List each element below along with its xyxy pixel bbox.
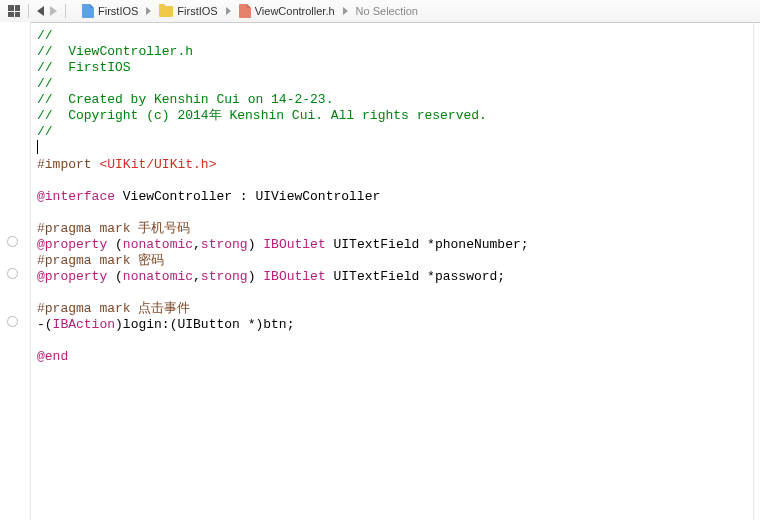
code-ibaction: IBAction <box>53 317 115 332</box>
code-iboutlet: IBOutlet <box>263 237 325 252</box>
code-keyword: nonatomic <box>123 269 193 284</box>
back-icon[interactable] <box>37 6 44 16</box>
code-preproc: #import <box>37 157 99 172</box>
code-pragma-text: 密码 <box>138 253 164 268</box>
divider <box>28 4 29 18</box>
breadcrumb-project[interactable]: FirstIOS <box>76 0 144 22</box>
gutter[interactable] <box>0 22 31 520</box>
nav-group <box>0 4 76 18</box>
breadcrumb-label: ViewController.h <box>255 5 335 17</box>
code-keyword: strong <box>201 237 248 252</box>
project-icon <box>82 4 94 18</box>
code-comment: // <box>37 76 53 91</box>
action-connection-icon[interactable] <box>7 316 18 327</box>
code-keyword: nonatomic <box>123 237 193 252</box>
code-comment: // <box>37 124 53 139</box>
code-pragma-text: 手机号码 <box>138 221 190 236</box>
header-file-icon <box>239 4 251 18</box>
code-text: -( <box>37 317 53 332</box>
related-items-icon[interactable] <box>8 5 20 17</box>
code-comment: // Created by Kenshin Cui on 14-2-23. <box>37 92 333 107</box>
editor: // // ViewController.h // FirstIOS // //… <box>0 22 760 520</box>
breadcrumb-label: FirstIOS <box>177 5 217 17</box>
code-text: , <box>193 237 201 252</box>
code-text: ( <box>107 269 123 284</box>
code-pragma: #pragma mark <box>37 301 138 316</box>
chevron-right-icon <box>226 7 231 15</box>
code-pragma-text: 点击事件 <box>138 301 190 316</box>
code-text: , <box>193 269 201 284</box>
code-text: ViewController : UIViewController <box>115 189 380 204</box>
forward-icon[interactable] <box>50 6 57 16</box>
code-comment: // FirstIOS <box>37 60 131 75</box>
breadcrumb: FirstIOS FirstIOS ViewController.h No Se… <box>76 0 424 22</box>
code-import-path: <UIKit/UIKit.h> <box>99 157 216 172</box>
code-keyword: @interface <box>37 189 115 204</box>
code-text: )login:(UIButton *)btn; <box>115 317 294 332</box>
jump-bar: FirstIOS FirstIOS ViewController.h No Se… <box>0 0 760 23</box>
code-iboutlet: IBOutlet <box>263 269 325 284</box>
code-keyword: strong <box>201 269 248 284</box>
breadcrumb-label: No Selection <box>356 5 418 17</box>
right-border <box>753 22 754 520</box>
code-pragma: #pragma mark <box>37 253 138 268</box>
code-text: UITextField *password; <box>326 269 505 284</box>
code-text: ( <box>107 237 123 252</box>
code-comment: // ViewController.h <box>37 44 193 59</box>
code-keyword: @property <box>37 237 107 252</box>
code-comment: // <box>37 28 53 43</box>
chevron-right-icon <box>146 7 151 15</box>
divider <box>65 4 66 18</box>
breadcrumb-file[interactable]: ViewController.h <box>233 0 341 22</box>
code-comment: // Copyright (c) 2014年 Kenshin Cui. All … <box>37 108 487 123</box>
outlet-connection-icon[interactable] <box>7 236 18 247</box>
code-text: ) <box>248 269 264 284</box>
breadcrumb-symbol[interactable]: No Selection <box>350 0 424 22</box>
text-cursor <box>37 140 38 154</box>
code-area[interactable]: // // ViewController.h // FirstIOS // //… <box>31 22 535 520</box>
code-keyword: @end <box>37 349 68 364</box>
breadcrumb-label: FirstIOS <box>98 5 138 17</box>
folder-icon <box>159 6 173 17</box>
chevron-right-icon <box>343 7 348 15</box>
code-text: ) <box>248 237 264 252</box>
code-keyword: @property <box>37 269 107 284</box>
breadcrumb-folder[interactable]: FirstIOS <box>153 0 223 22</box>
code-text: UITextField *phoneNumber; <box>326 237 529 252</box>
outlet-connection-icon[interactable] <box>7 268 18 279</box>
code-pragma: #pragma mark <box>37 221 138 236</box>
